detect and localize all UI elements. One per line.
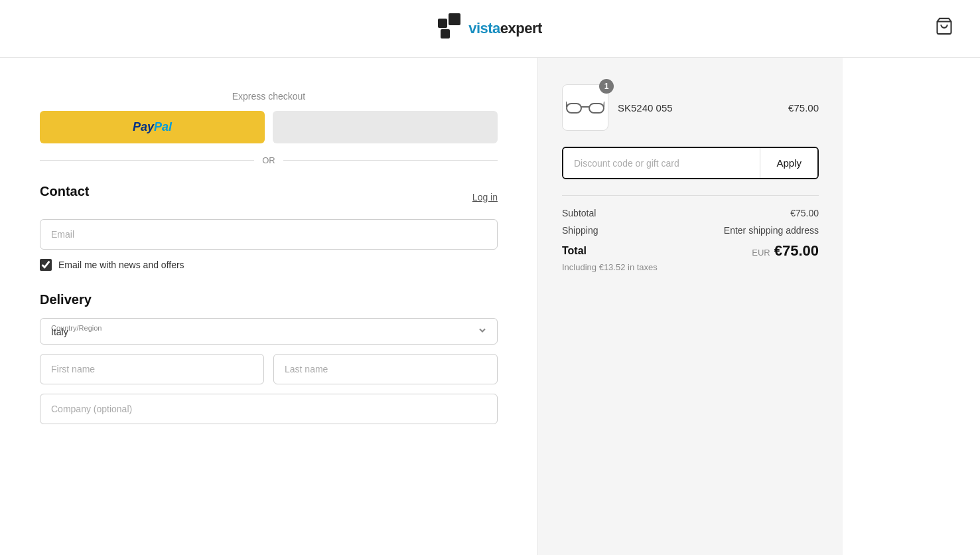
checkout-form: Express checkout PayPal OR Contact Log i…	[0, 58, 537, 555]
contact-header: Contact Log in	[40, 184, 498, 210]
paypal-logo: PayPal	[133, 120, 172, 134]
svg-rect-1	[438, 19, 447, 28]
logo-icon	[438, 12, 464, 45]
delivery-section: Delivery Country/Region Italy	[40, 292, 498, 424]
discount-section: Apply	[562, 147, 819, 179]
svg-rect-2	[441, 29, 450, 39]
express-buttons: PayPal	[40, 111, 498, 143]
product-image-wrapper: 1	[562, 84, 608, 131]
product-price: €75.00	[788, 102, 819, 114]
totals-section: Subtotal €75.00 Shipping Enter shipping …	[562, 195, 819, 272]
svg-line-8	[604, 102, 604, 107]
page-layout: Express checkout PayPal OR Contact Log i…	[0, 58, 980, 555]
country-value: Italy	[51, 327, 68, 337]
company-input[interactable]	[40, 394, 498, 424]
glasses-icon	[566, 98, 604, 117]
discount-input[interactable]	[563, 148, 760, 178]
shipping-row: Shipping Enter shipping address	[562, 225, 819, 236]
logo: vistaexpert	[438, 12, 542, 45]
subtotal-label: Subtotal	[562, 208, 596, 218]
svg-rect-0	[449, 13, 460, 25]
or-divider: OR	[40, 155, 498, 165]
cart-button[interactable]	[935, 17, 953, 40]
product-badge: 1	[599, 79, 614, 94]
newsletter-label: Email me with news and offers	[58, 260, 184, 270]
logo-text: vistaexpert	[468, 20, 542, 37]
express-checkout-label: Express checkout	[40, 91, 498, 102]
subtotal-row: Subtotal €75.00	[562, 208, 819, 218]
email-row	[40, 219, 498, 250]
grand-total-row: Total EUR €75.00	[562, 242, 819, 260]
newsletter-row: Email me with news and offers	[40, 259, 498, 271]
name-row	[40, 354, 498, 384]
currency-label: EUR	[752, 248, 770, 258]
newsletter-checkbox[interactable]	[40, 259, 52, 271]
paypal-button[interactable]: PayPal	[40, 111, 265, 143]
tax-note: Including €13.52 in taxes	[562, 262, 819, 272]
total-amount: €75.00	[774, 242, 819, 260]
chevron-down-icon	[477, 325, 488, 338]
other-express-button[interactable]	[273, 111, 498, 143]
svg-rect-5	[589, 104, 604, 113]
contact-section: Contact Log in Email me with news and of…	[40, 184, 498, 271]
svg-rect-4	[567, 104, 581, 113]
login-link[interactable]: Log in	[472, 192, 498, 202]
total-label: Total	[562, 245, 587, 257]
contact-title: Contact	[40, 184, 89, 199]
delivery-title: Delivery	[40, 292, 498, 307]
apply-button[interactable]: Apply	[760, 148, 817, 178]
site-header: vistaexpert	[0, 0, 980, 58]
country-select[interactable]: Country/Region Italy	[40, 318, 498, 345]
svg-line-7	[566, 102, 567, 107]
first-name-input[interactable]	[40, 354, 264, 384]
email-input[interactable]	[40, 219, 498, 250]
subtotal-value: €75.00	[790, 208, 819, 218]
last-name-input[interactable]	[273, 354, 498, 384]
grand-price: EUR €75.00	[752, 242, 819, 260]
country-select-wrapper: Country/Region Italy	[40, 318, 498, 345]
order-summary: 1 SK5240 055 €75.00 Apply Subtotal €75.0…	[537, 58, 843, 555]
product-row: 1 SK5240 055 €75.00	[562, 84, 819, 131]
shipping-value: Enter shipping address	[724, 225, 819, 236]
product-name: SK5240 055	[618, 102, 779, 114]
shipping-label: Shipping	[562, 225, 598, 236]
